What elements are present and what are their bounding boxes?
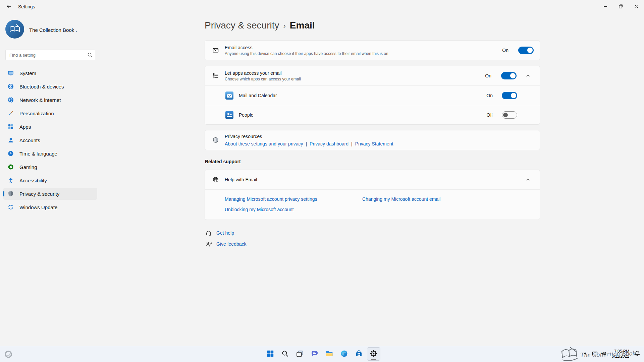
breadcrumb-privacy-security[interactable]: Privacy & security — [205, 20, 279, 31]
sidebar-item-network-internet[interactable]: Network & internet — [3, 94, 97, 106]
sidebar-item-accounts[interactable]: Accounts — [3, 134, 97, 146]
link-privacy-dashboard[interactable]: Privacy dashboard — [310, 141, 348, 146]
settings-button[interactable] — [367, 347, 380, 361]
back-button[interactable] — [2, 1, 15, 12]
sidebar-item-time-language[interactable]: Time & language — [3, 147, 97, 160]
search-icon — [87, 52, 93, 59]
email-access-description: Anyone using this device can choose if t… — [225, 51, 496, 56]
link-managing-account-privacy[interactable]: Managing Microsoft account privacy setti… — [225, 196, 362, 202]
sidebar-item-windows-update[interactable]: Windows Update — [3, 201, 97, 213]
let-apps-toggle[interactable] — [501, 72, 517, 79]
email-access-card: Email access Anyone using this device ca… — [205, 40, 540, 60]
tray-chevron-button[interactable] — [580, 347, 590, 361]
sidebar-item-label: Bluetooth & devices — [19, 84, 64, 89]
link-changing-account-email[interactable]: Changing my Microsoft account email — [362, 196, 533, 202]
settings-window: Settings — [0, 0, 644, 362]
system-tray: 7:05 PM 6/11/2022 — [580, 347, 643, 361]
privacy-resources-links: About these settings and your privacy|Pr… — [225, 141, 534, 147]
globe-icon — [212, 176, 219, 183]
apps-grid-icon — [7, 123, 14, 130]
shield-icon — [7, 190, 14, 197]
sidebar: The Collection Book . System Bluetooth &… — [0, 13, 101, 346]
toggle-knob — [527, 48, 533, 53]
email-access-state-label: On — [502, 48, 508, 53]
close-icon — [634, 4, 639, 10]
xbox-icon — [7, 164, 14, 170]
minimize-button[interactable] — [598, 0, 613, 13]
sidebar-item-accessibility[interactable]: Accessibility — [3, 174, 97, 186]
let-apps-description: Choose which apps can access your email — [225, 77, 479, 81]
sidebar-nav: System Bluetooth & devices Network & int… — [3, 67, 97, 213]
link-unblocking-account[interactable]: Unblocking my Microsoft account — [225, 207, 362, 212]
people-app-icon — [225, 111, 234, 119]
account-name: The Collection Book . — [29, 27, 77, 33]
feedback-person-icon — [205, 241, 212, 247]
link-privacy-statement[interactable]: Privacy Statement — [355, 141, 393, 146]
sidebar-item-label: Apps — [19, 124, 31, 130]
tray-network-volume-button[interactable] — [590, 347, 609, 361]
titlebar: Settings — [0, 0, 644, 13]
start-button[interactable] — [264, 347, 277, 361]
apps-list-icon — [212, 72, 219, 79]
chat-button[interactable] — [308, 347, 321, 361]
task-view-button[interactable] — [293, 347, 307, 361]
notification-bell-button[interactable] — [632, 347, 643, 361]
sidebar-item-bluetooth-devices[interactable]: Bluetooth & devices — [3, 80, 97, 93]
link-separator: | — [351, 141, 353, 146]
tray-clock[interactable]: 7:05 PM 6/11/2022 — [609, 347, 632, 361]
sidebar-item-system[interactable]: System — [3, 67, 97, 79]
watermark-book-icon — [559, 345, 579, 362]
privacy-resources-title: Privacy resources — [225, 134, 534, 139]
let-apps-state-label: On — [485, 73, 491, 78]
search-input[interactable] — [5, 50, 95, 60]
breadcrumb-separator-icon: › — [283, 22, 286, 30]
sidebar-item-label: Windows Update — [19, 204, 57, 210]
sidebar-item-personalization[interactable]: Personalization — [3, 107, 97, 119]
paintbrush-icon — [7, 110, 14, 117]
bell-icon — [634, 350, 641, 358]
close-button[interactable] — [629, 0, 644, 13]
let-apps-title: Let apps access your email — [225, 70, 479, 76]
sidebar-item-label: Time & language — [19, 151, 57, 157]
account-row[interactable]: The Collection Book . — [5, 20, 95, 40]
clock-icon — [7, 150, 14, 157]
sidebar-item-label: System — [19, 70, 36, 76]
tray-date: 6/11/2022 — [612, 354, 630, 359]
corner-logo-icon[interactable] — [4, 350, 12, 358]
email-access-toggle[interactable] — [518, 47, 534, 54]
app-row-mail-calendar: Mail and Calendar On — [205, 85, 540, 105]
help-with-email-expander: Help with Email Managing Microsoft accou… — [205, 170, 540, 220]
restore-button[interactable] — [613, 0, 629, 13]
chevron-up-icon — [525, 177, 531, 183]
sidebar-item-apps[interactable]: Apps — [3, 121, 97, 133]
related-support-heading: Related support — [205, 159, 540, 164]
minimize-icon — [603, 4, 608, 10]
edge-icon — [340, 350, 348, 359]
people-toggle[interactable] — [502, 111, 517, 119]
volume-icon — [600, 350, 607, 358]
chevron-up-icon — [525, 73, 531, 79]
file-explorer-button[interactable] — [323, 347, 336, 361]
mail-calendar-toggle[interactable] — [502, 92, 517, 99]
taskbar-search-button[interactable] — [278, 347, 292, 361]
restore-icon — [618, 4, 624, 10]
edge-button[interactable] — [337, 347, 351, 361]
app-row-people: People Off — [205, 105, 540, 124]
help-collapse-button[interactable] — [522, 174, 534, 185]
let-apps-collapse-button[interactable] — [522, 70, 534, 81]
privacy-resources-card: Privacy resources About these settings a… — [205, 130, 540, 150]
taskbar: The Collection Book — [0, 346, 644, 362]
sidebar-item-privacy-security[interactable]: Privacy & security — [3, 188, 97, 200]
get-help-row: Get help — [205, 229, 540, 237]
give-feedback-row: Give feedback — [205, 240, 540, 248]
link-about-settings-privacy[interactable]: About these settings and your privacy — [225, 141, 303, 146]
person-icon — [7, 137, 14, 143]
task-view-icon — [296, 350, 304, 359]
sidebar-item-gaming[interactable]: Gaming — [3, 161, 97, 173]
give-feedback-link[interactable]: Give feedback — [216, 241, 247, 247]
store-button[interactable] — [352, 347, 366, 361]
get-help-link[interactable]: Get help — [216, 230, 234, 236]
toggle-knob — [510, 73, 516, 78]
mail-calendar-app-icon — [225, 91, 234, 100]
app-name: People — [239, 112, 482, 118]
